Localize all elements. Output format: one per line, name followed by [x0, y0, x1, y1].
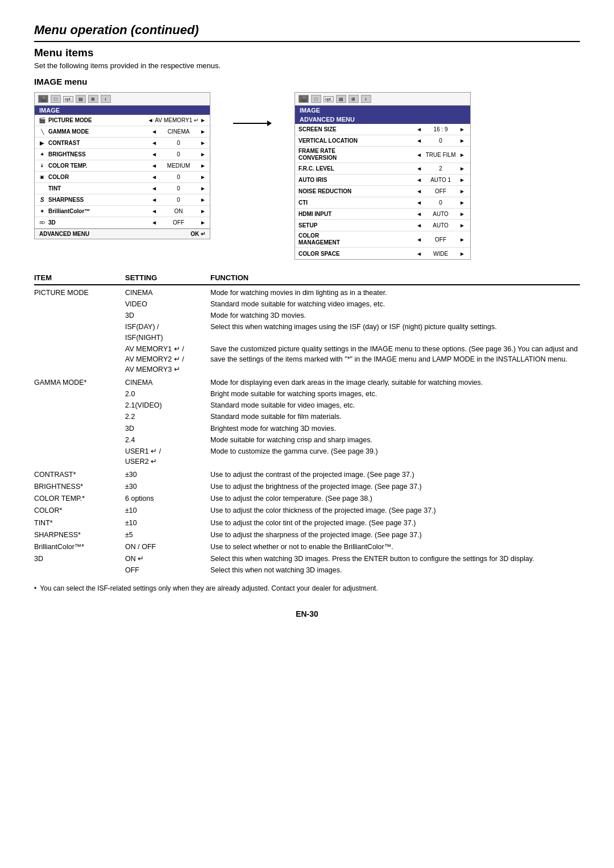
hdmi-input-right: ►	[458, 211, 467, 217]
color-icon: ▣	[37, 175, 47, 180]
pm-3d-setting: 3D	[125, 310, 210, 321]
sharpness-right-arrow: ►	[198, 197, 208, 203]
tint-label: TINT	[47, 185, 150, 192]
menu-row-tint: TINT ◄ 0 ►	[35, 183, 210, 194]
frc-level-value: 2	[424, 165, 458, 172]
brilliant-color-left-arrow: ◄	[150, 208, 159, 214]
picture-mode-sub-cinema: CINEMA Mode for watching movies in dim l…	[125, 288, 580, 298]
menu-icon-4: ⊞	[88, 95, 98, 103]
color-details: ±10 Use to adjust the color thickness of…	[125, 505, 580, 516]
menu-icon-3: ▤	[76, 95, 86, 103]
item-3d: 3D	[34, 554, 125, 575]
menu-row-color: ▣ COLOR ◄ 0 ►	[35, 172, 210, 183]
brilliant-color-details: ON / OFF Use to select whether or not to…	[125, 542, 580, 552]
noise-reduction-label: NOISE REDUCTION	[298, 188, 414, 194]
brightness-value: 0	[159, 151, 198, 157]
gamma-sub-cinema: CINEMA Mode for displaying even dark are…	[125, 377, 580, 388]
setup-value: AUTO	[424, 222, 458, 229]
3d-off-function: Select this when not watching 3D images.	[210, 565, 580, 575]
brightness-function: Use to adjust the brightness of the proj…	[210, 481, 580, 492]
gamma-sub-20: 2.0 Bright mode suitable for watching sp…	[125, 389, 580, 399]
gm-20-function: Bright mode suitable for watching sports…	[210, 389, 580, 399]
adv-noise-reduction: NOISE REDUCTION ◄ OFF ►	[295, 186, 470, 197]
right-menu-icon-image: 🎬	[298, 95, 309, 103]
contrast-right-arrow: ►	[198, 140, 208, 146]
tint-value: 0	[159, 185, 198, 192]
pm-isf-setting: ISF(DAY) /ISF(NIGHT)	[125, 322, 210, 342]
page-number: EN-30	[34, 609, 580, 618]
pm-av-setting: AV MEMORY1 ↵ /AV MEMORY2 ↵ /AV MEMORY3 ↵	[125, 344, 210, 375]
gm-20-setting: 2.0	[125, 389, 210, 399]
color-temp-label: COLOR TEMP.	[47, 163, 150, 169]
sharpness-icon: S	[37, 197, 47, 203]
vertical-location-left: ◄	[414, 138, 424, 144]
color-space-value: WIDE	[424, 251, 458, 257]
brilliant-color-right-arrow: ►	[198, 208, 208, 214]
screen-size-label: SCREEN SIZE	[298, 126, 414, 132]
noise-reduction-left: ◄	[414, 188, 424, 194]
pm-isf-function: Select this when watching images using t…	[210, 322, 580, 342]
gamma-icon: ╲	[37, 129, 47, 135]
sharpness-table-function: Use to adjust the sharpness of the proje…	[210, 530, 580, 540]
color-label: COLOR	[47, 174, 150, 180]
left-menu-section-label: IMAGE	[35, 106, 210, 115]
item-brilliant-color: BrilliantColor™*	[34, 542, 125, 552]
setup-label: SETUP	[298, 222, 414, 229]
color-left-arrow: ◄	[150, 174, 159, 180]
cti-label: CTI	[298, 200, 414, 206]
left-menu-panel: 🎬 □ opt. ▤ ⊞ i IMAGE 🎬 PICTURE MODE ◄ AV…	[34, 92, 210, 239]
gm-3d-setting: 3D	[125, 423, 210, 434]
menu-row-3d: 3D 3D ◄ OFF ►	[35, 217, 210, 229]
screen-size-left: ◄	[414, 126, 424, 132]
frc-level-label: F.R.C. LEVEL	[298, 165, 414, 172]
cti-right: ►	[458, 200, 467, 206]
gm-22-setting: 2.2	[125, 412, 210, 422]
right-menu-icon-opt: opt.	[323, 96, 334, 102]
3d-right-arrow: ►	[198, 219, 208, 226]
gm-cinema-setting: CINEMA	[125, 377, 210, 388]
right-menu-header: 🎬 □ opt. ▤ ⊞ i	[295, 93, 470, 106]
menu-row-brightness: ✦ BRIGHTNESS ◄ 0 ►	[35, 149, 210, 160]
noise-reduction-value: OFF	[424, 188, 458, 194]
right-menu-section-label: IMAGE	[295, 106, 470, 115]
col-header-setting: SETTING	[125, 273, 210, 282]
3d-sub-off: OFF Select this when not watching 3D ima…	[125, 565, 580, 575]
item-tint: TINT*	[34, 518, 125, 528]
adv-auto-iris: AUTO IRIS ◄ AUTO 1 ►	[295, 175, 470, 186]
brilliant-color-value: ON	[159, 208, 198, 214]
3d-label: 3D	[47, 219, 150, 226]
gamma-left-arrow: ◄	[150, 128, 159, 135]
setup-right: ►	[458, 222, 467, 229]
menu-row-color-temp: 🌡 COLOR TEMP. ◄ MEDIUM ►	[35, 160, 210, 172]
right-menu-icon-3: ▤	[336, 95, 346, 103]
brightness-right-arrow: ►	[198, 151, 208, 157]
connector-arrow	[267, 121, 272, 126]
left-menu-header: 🎬 □ opt. ▤ ⊞ i	[35, 93, 210, 106]
adv-color-management: COLORMANAGEMENT ◄ OFF ►	[295, 231, 470, 248]
auto-iris-right: ►	[458, 177, 467, 183]
section-title: Menu items	[34, 47, 580, 59]
color-space-label: COLOR SPACE	[298, 251, 414, 257]
screen-size-right: ►	[458, 126, 467, 132]
color-table-function: Use to adjust the color thickness of the…	[210, 505, 580, 516]
sharpness-details: ±5 Use to adjust the sharpness of the pr…	[125, 530, 580, 540]
col-header-item: ITEM	[34, 273, 125, 282]
color-temp-icon: 🌡	[37, 163, 47, 168]
brightness-left-arrow: ◄	[150, 151, 159, 157]
tint-right-arrow: ►	[198, 185, 208, 192]
picture-mode-details: CINEMA Mode for watching movies in dim l…	[125, 288, 580, 376]
3d-sub-on: ON ↵ Select this when watching 3D images…	[125, 554, 580, 564]
table-row-contrast: CONTRAST* ±30 Use to adjust the contrast…	[34, 470, 580, 480]
bc-table-setting: ON / OFF	[125, 542, 210, 552]
table-row-brightness: BRIGHTNESS* ±30 Use to adjust the bright…	[34, 481, 580, 492]
gamma-sub-21: 2.1(VIDEO) Standard mode suitable for vi…	[125, 400, 580, 410]
menu-row-sharpness: S SHARPNESS ◄ 0 ►	[35, 194, 210, 206]
frame-rate-left: ◄	[414, 152, 424, 158]
menu-row-brilliant-color: ✦ BrilliantColor™ ◄ ON ►	[35, 206, 210, 217]
color-management-left: ◄	[414, 236, 424, 243]
gm-24-setting: 2.4	[125, 435, 210, 445]
connector-line	[233, 123, 267, 124]
gamma-sub-24: 2.4 Mode suitable for watching crisp and…	[125, 435, 580, 445]
color-temp-table-setting: 6 options	[125, 493, 210, 504]
footnote: • You can select the ISF-related setting…	[34, 584, 580, 592]
